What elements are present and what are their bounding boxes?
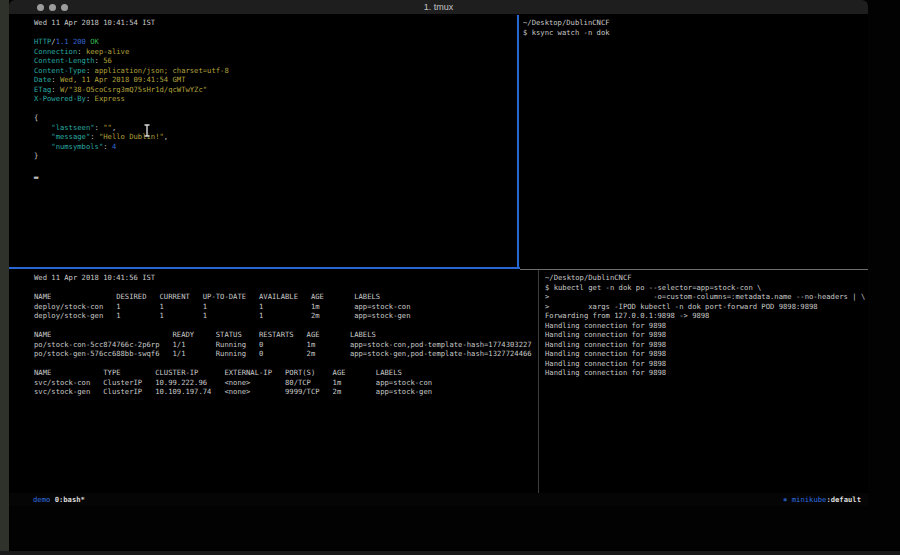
terminal-line: "lastseen": "", <box>34 123 542 133</box>
terminal-line: Handling connection for 9898 <box>545 340 873 350</box>
terminal-line: ETag: W/"38-O5coCsrg3mQ75sHr1d/qcWTwYZc" <box>34 85 542 95</box>
status-left: demo 0:bash* <box>33 493 85 506</box>
kube-namespace: :default <box>826 495 861 504</box>
terminal-line: Wed 11 Apr 2018 10:41:56 IST <box>34 273 562 283</box>
terminal-line: Connection: keep-alive <box>34 47 542 57</box>
session-name: demo <box>33 495 50 504</box>
kube-context-indicator: ⎈ minikube:default <box>783 493 861 506</box>
terminal-line: Date: Wed, 11 Apr 2018 09:41:54 GMT <box>34 75 542 85</box>
pane-divider-vertical-bottom[interactable] <box>538 270 539 493</box>
terminal-line: NAME DESIRED CURRENT UP-TO-DATE AVAILABL… <box>34 292 562 302</box>
window-title: 1. tmux <box>9 2 868 12</box>
terminal-line: NAME TYPE CLUSTER-IP EXTERNAL-IP PORT(S)… <box>34 368 562 378</box>
pane-divider-vertical-top-active[interactable] <box>517 15 519 267</box>
terminal-line: $ kubectl get -n dok po --selector=app=s… <box>545 283 873 293</box>
terminal-line: Content-Type: application/json; charset=… <box>34 66 542 76</box>
ibeam-cursor <box>143 122 151 141</box>
kube-context: minikube <box>792 495 827 504</box>
terminal-line: Handling connection for 9898 <box>545 330 873 340</box>
terminal-line: deploy/stock-gen 1 1 1 1 2m app=stock-ge… <box>34 311 562 321</box>
terminal-line: } <box>34 151 542 161</box>
pane-divider-horizontal-active[interactable] <box>9 267 520 269</box>
screen-edge-bottom <box>0 551 900 555</box>
terminal-line: "numsymbols": 4 <box>34 142 542 152</box>
window-label[interactable]: 0:bash* <box>55 495 85 504</box>
pane-kubectl-tables[interactable]: Wed 11 Apr 2018 10:41:56 ISTNAME DESIRED… <box>9 270 562 496</box>
pane-divider-horizontal[interactable] <box>520 269 868 270</box>
terminal-line: po/stock-gen-576cc688bb-swqf6 1/1 Runnin… <box>34 349 562 359</box>
pane-port-forward[interactable]: ~/Desktop/DublinCNCF$ kubectl get -n dok… <box>540 270 873 496</box>
terminal-line: Handling connection for 9898 <box>545 359 873 369</box>
terminal-line: > xargs -IPOD kubectl -n dok port-forwar… <box>545 302 873 312</box>
terminal-line <box>34 161 542 171</box>
terminal-line: svc/stock-gen ClusterIP 10.109.197.74 <n… <box>34 387 562 397</box>
terminal-line: Handling connection for 9898 <box>545 368 873 378</box>
terminal-line: ▂ <box>34 170 542 180</box>
terminal-line <box>34 283 562 293</box>
tmux-status-bar: demo 0:bash* ⎈ minikube:default <box>9 493 868 506</box>
terminal-window: 1. tmux Wed 11 Apr 2018 10:41:54 ISTHTTP… <box>9 0 868 506</box>
terminal-line <box>34 321 562 331</box>
terminal-line: NAME READY STATUS RESTARTS AGE LABELS <box>34 330 562 340</box>
terminal-line: deploy/stock-con 1 1 1 1 1m app=stock-co… <box>34 302 562 312</box>
tmux-content: Wed 11 Apr 2018 10:41:54 ISTHTTP/1.1 200… <box>9 15 868 493</box>
terminal-line: $ ksync watch -n dok <box>523 28 871 38</box>
pane-http-response[interactable]: Wed 11 Apr 2018 10:41:54 ISTHTTP/1.1 200… <box>9 15 542 269</box>
terminal-line <box>34 28 542 38</box>
terminal-line: > -o=custom-columns=:metadata.name --no-… <box>545 292 873 302</box>
terminal-line: "message": "Hello Dublin!", <box>34 132 542 142</box>
terminal-line: svc/stock-con ClusterIP 10.99.222.96 <no… <box>34 378 562 388</box>
terminal-line: Content-Length: 56 <box>34 56 542 66</box>
terminal-line: { <box>34 113 542 123</box>
terminal-line <box>34 104 542 114</box>
terminal-line: Forwarding from 127.0.0.1:9898 -> 9898 <box>545 311 873 321</box>
terminal-line: po/stock-con-5cc874766c-2p6rp 1/1 Runnin… <box>34 340 562 350</box>
screen: { "window": { "title": "1. tmux" }, "col… <box>0 0 900 555</box>
screen-edge-left <box>0 0 9 555</box>
kube-helm-icon: ⎈ <box>783 495 792 504</box>
terminal-line: X-Powered-By: Express <box>34 94 542 104</box>
terminal-line: Wed 11 Apr 2018 10:41:54 IST <box>34 18 542 28</box>
terminal-line: Handling connection for 9898 <box>545 349 873 359</box>
terminal-line: ~/Desktop/DublinCNCF <box>545 273 873 283</box>
pane-ksync-watch[interactable]: ~/Desktop/DublinCNCF$ ksync watch -n dok <box>520 15 871 269</box>
terminal-line <box>34 359 562 369</box>
terminal-line: Handling connection for 9898 <box>545 321 873 331</box>
terminal-line: HTTP/1.1 200 OK <box>34 37 542 47</box>
terminal-line: ~/Desktop/DublinCNCF <box>523 18 871 28</box>
macos-titlebar: 1. tmux <box>9 0 868 15</box>
